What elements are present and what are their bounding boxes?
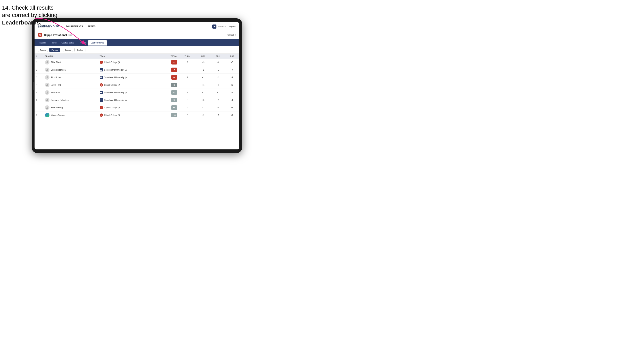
tab-bar: Details Teams Course Setup Results Leade… [34, 39, 239, 46]
cell-rd2: E [210, 89, 225, 96]
cell-thru: F [179, 74, 196, 81]
col-total: TOTAL [160, 54, 179, 59]
nav-teams[interactable]: TEAMS [86, 24, 98, 28]
tab-leaderboards[interactable]: Leaderboards [88, 40, 107, 45]
team-name: Scoreboard University [A] [104, 91, 127, 94]
cell-rd3: +6 [225, 104, 239, 111]
cell-team: Scoreboard University [A] [98, 74, 160, 81]
cell-rd1: +2 [196, 111, 210, 119]
cell-team: Scoreboard University [A] [98, 96, 160, 104]
cell-rd3: -1 [225, 96, 239, 104]
cell-rd3: +3 [225, 81, 239, 89]
cell-team: CClippd College [A] [98, 104, 160, 111]
cell-rank: 2 [34, 66, 43, 74]
col-rd1: RD1 [196, 54, 210, 59]
tablet-frame: SCOREBOARD Powered by clippd TOURNAMENTS… [32, 18, 242, 153]
cell-total: E [160, 81, 179, 89]
cell-rd3: -5 [225, 59, 239, 66]
team-logo-scoreboard [100, 76, 103, 79]
svg-point-7 [46, 107, 48, 108]
cell-team: Scoreboard University [A] [98, 89, 160, 96]
cell-rd3: -4 [225, 66, 239, 74]
cell-total: -4 [160, 66, 179, 74]
team-logo-clippd: C [100, 61, 103, 64]
nav-tournaments[interactable]: TOURNAMENTS [64, 24, 85, 28]
team-logo-clippd: C [100, 106, 103, 109]
cell-total: +6 [160, 96, 179, 104]
cell-thru: F [179, 66, 196, 74]
player-avatar [45, 75, 50, 80]
cell-player: David Ford [43, 81, 98, 89]
player-avatar [45, 68, 50, 72]
cancel-button[interactable]: Cancel ✕ [228, 34, 236, 36]
col-rank: # [34, 54, 43, 59]
cell-player: Rich Butler [43, 74, 98, 81]
tablet-button [33, 82, 34, 90]
player-name: Cameron Robertson [51, 99, 69, 101]
cell-rd2: -6 [210, 59, 225, 66]
cell-rd1: +1 [196, 74, 210, 81]
cell-rd2: +7 [210, 111, 225, 119]
player-name: David Ford [51, 84, 61, 86]
col-rd3: RD3 [225, 54, 239, 59]
cell-total: -2 [160, 74, 179, 81]
cell-thru: F [179, 59, 196, 66]
cell-player: Blair McHarg [43, 104, 98, 111]
cell-player: Chris Robertson [43, 66, 98, 74]
cell-rd2: -4 [210, 81, 225, 89]
player-name: Chris Robertson [51, 69, 66, 71]
cell-rd2: +2 [210, 96, 225, 104]
cell-rd1: +1 [196, 81, 210, 89]
filter-teams[interactable]: Teams [38, 48, 48, 52]
team-name: Scoreboard University [A] [104, 99, 127, 101]
svg-point-5 [46, 91, 48, 92]
user-avatar: TU [212, 24, 216, 28]
cell-rd2: -2 [210, 74, 225, 81]
svg-point-2 [46, 69, 48, 70]
cell-total: +11 [160, 111, 179, 119]
cell-rd1: +1 [196, 89, 210, 96]
tab-details[interactable]: Details [37, 40, 48, 45]
col-player: PLAYER [43, 54, 98, 59]
player-avatar [45, 98, 50, 102]
cell-team: CClippd College [A] [98, 59, 160, 66]
filter-scores[interactable]: Scores [63, 48, 73, 52]
svg-point-4 [46, 84, 48, 85]
filter-strokes[interactable]: Strokes [74, 48, 86, 52]
instruction-text: 14. Check all results are correct by cli… [2, 4, 58, 26]
team-name: Clippd College [A] [104, 84, 120, 86]
cell-rd3: E [225, 89, 239, 96]
logo-sub: Powered by clippd [38, 27, 59, 28]
filter-players[interactable]: Players [49, 48, 60, 52]
col-team: TEAM [98, 54, 160, 59]
sign-out-link[interactable]: Sign out [229, 25, 236, 27]
team-name: Clippd College [A] [104, 107, 120, 109]
team-logo-scoreboard [100, 98, 103, 102]
tab-course-setup[interactable]: Course Setup [59, 40, 76, 45]
cell-player: Rees Britt [43, 89, 98, 96]
team-name: Scoreboard University [A] [104, 76, 127, 79]
cell-rank: 3 [34, 74, 43, 81]
table-row: 5Rees BrittScoreboard University [A]+1F+… [34, 89, 239, 96]
team-name: Clippd College [A] [104, 61, 120, 63]
tab-results[interactable]: Results [76, 40, 88, 45]
user-name: Test User | [218, 25, 227, 27]
table-row: 8Marcus TurnersCClippd College [A]+11F+2… [34, 111, 239, 119]
cell-rank: 4 [34, 81, 43, 89]
cell-player: Elliot Ebert [43, 59, 98, 66]
player-name: Blair McHarg [51, 107, 63, 109]
cell-rd1: +5 [196, 96, 210, 104]
col-rd2: RD2 [210, 54, 225, 59]
cell-rank: 1 [34, 59, 43, 66]
tournament-type: (Men) [68, 34, 73, 36]
svg-point-6 [46, 99, 48, 100]
cell-rd3: +2 [225, 111, 239, 119]
cell-team: CClippd College [A] [98, 111, 160, 119]
player-avatar [45, 83, 50, 87]
nav-right: TU Test User | Sign out [212, 24, 236, 28]
tab-teams[interactable]: Teams [48, 40, 59, 45]
tournament-name: Clippd Invitational [44, 33, 67, 36]
cell-team: Scoreboard University [A] [98, 66, 160, 74]
table-row: 4David FordCClippd College [A]EF+1-4+3 [34, 81, 239, 89]
cell-rank: 8 [34, 111, 43, 119]
